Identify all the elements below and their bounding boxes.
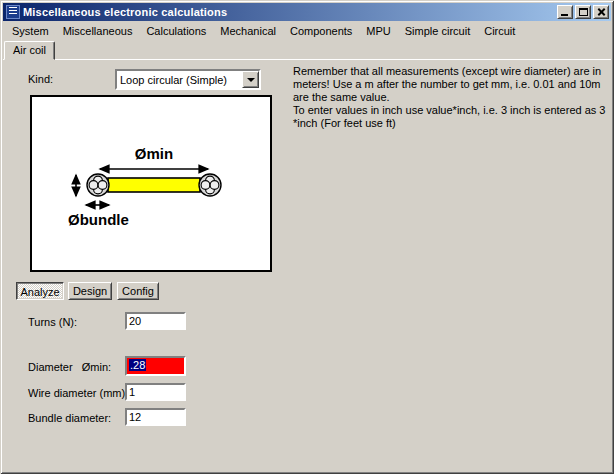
menu-item-system[interactable]: System <box>5 23 56 39</box>
air-coil-page: Kind: Loop circular (Simple) Ømin <box>3 59 611 471</box>
menu-item-mpu[interactable]: MPU <box>359 23 397 39</box>
design-button[interactable]: Design <box>68 282 112 300</box>
coil-band <box>108 178 200 192</box>
kind-dropdown[interactable]: Loop circular (Simple) <box>115 69 261 90</box>
coil-diagram: Ømin <box>30 95 272 272</box>
dmin-label: Ømin <box>135 145 173 162</box>
diameter-min-value: .28 <box>129 359 146 371</box>
menu-item-components[interactable]: Components <box>283 23 359 39</box>
window-title: Miscellaneous electronic calculations <box>23 6 557 18</box>
bundle-cross-section-right <box>199 174 221 196</box>
maximize-button[interactable] <box>575 5 591 19</box>
bundle-diameter-input[interactable]: 12 <box>125 408 186 426</box>
turns-value: 20 <box>129 315 141 327</box>
wire-diameter-label: Wire diameter (mm): <box>28 387 128 399</box>
titlebar[interactable]: Miscellaneous electronic calculations <box>3 3 611 21</box>
wire-diameter-value: 1 <box>129 386 135 398</box>
diameter-min-input[interactable]: .28 <box>125 356 186 376</box>
minimize-icon <box>561 14 568 16</box>
coil-diagram-svg: Ømin <box>32 97 270 270</box>
diameter-min-label: Diameter Ømin: <box>28 361 111 373</box>
menu-item-mechanical[interactable]: Mechanical <box>213 23 283 39</box>
instruction-note: Remember that all measurements (except w… <box>293 65 611 130</box>
kind-dropdown-value: Loop circular (Simple) <box>117 74 242 86</box>
menu-item-calculations[interactable]: Calculations <box>139 23 213 39</box>
menu-item-simple-circuit[interactable]: Simple circuit <box>398 23 477 39</box>
instruction-note-para1: Remember that all measurements (except w… <box>293 65 611 104</box>
kind-dropdown-button[interactable] <box>242 71 259 88</box>
turns-label: Turns (N): <box>28 316 77 328</box>
bundle-diameter-value: 12 <box>129 411 141 423</box>
menu-item-miscellaneous[interactable]: Miscellaneous <box>56 23 140 39</box>
kind-label: Kind: <box>28 73 53 85</box>
close-button[interactable] <box>593 5 609 19</box>
app-icon <box>6 5 20 19</box>
wire-diameter-input[interactable]: 1 <box>125 383 186 401</box>
menu-bar: System Miscellaneous Calculations Mechan… <box>3 21 611 40</box>
app-window: Miscellaneous electronic calculations Sy… <box>0 0 614 474</box>
bundle-diameter-label: Bundle diameter: <box>28 412 111 424</box>
tab-air-coil[interactable]: Air coil <box>4 41 55 60</box>
chevron-down-icon <box>247 78 255 82</box>
analyze-button[interactable]: Analyze <box>16 282 64 300</box>
close-icon <box>596 6 607 18</box>
minimize-button[interactable] <box>557 5 573 19</box>
config-button[interactable]: Config <box>117 282 159 300</box>
tab-strip: Air coil <box>3 40 611 59</box>
turns-input[interactable]: 20 <box>125 312 186 330</box>
dbundle-label: Øbundle <box>68 211 129 228</box>
instruction-note-para2: To enter values in inch use value*inch, … <box>293 104 611 130</box>
bundle-cross-section-left <box>87 174 109 196</box>
maximize-icon <box>579 8 588 16</box>
menu-item-circuit[interactable]: Circuit <box>477 23 522 39</box>
